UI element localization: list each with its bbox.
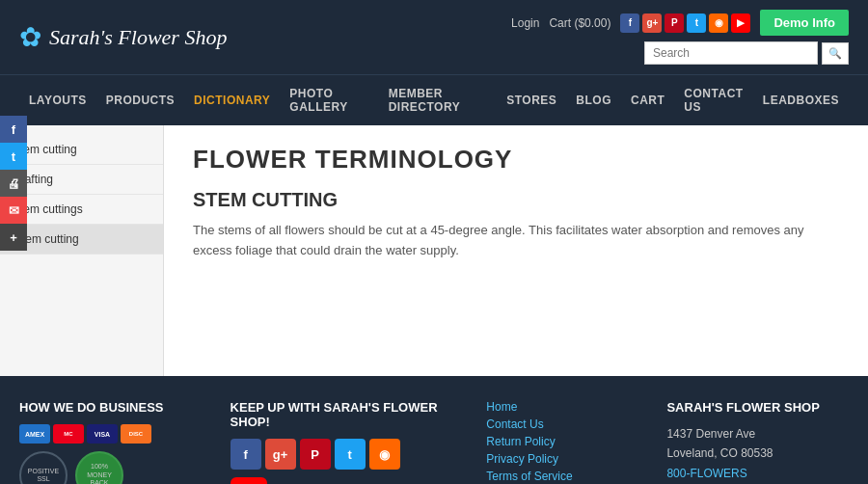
address-line2: Loveland, CO 80538 (666, 444, 849, 463)
term-title: STEM CUTTING (193, 189, 839, 211)
main-content: stem cutting grafting stem cuttings Stem… (0, 125, 868, 376)
sidebar-twitter-icon[interactable]: t (0, 143, 27, 170)
nav-bar: LAYOUTS PRODUCTS DICTIONARY PHOTO GALLER… (0, 74, 868, 125)
footer-top: HOW WE DO BUSINESS AMEX MC VISA DISC POS… (19, 400, 849, 484)
footer-links: Home Contact Us Return Policy Privacy Po… (486, 400, 637, 484)
nav-item-dictionary: DICTIONARY (184, 82, 280, 119)
header-pinterest-icon[interactable]: P (665, 13, 684, 33)
nav-link-leadboxes[interactable]: LEADBOXES (753, 82, 849, 119)
amex-card-icon: AMEX (19, 424, 50, 444)
footer-address: 1437 Denver Ave Loveland, CO 80538 800-F… (666, 424, 849, 483)
footer-link-return-policy[interactable]: Return Policy (486, 435, 637, 448)
page-title: FLOWER TERMINOLOGY (193, 145, 839, 175)
trust-badges: POSITIVESSL 100%MONEY BACK (19, 451, 202, 484)
footer-fb-icon[interactable]: f (231, 439, 261, 470)
logo-text: Sarah's Flower Shop (49, 25, 227, 50)
footer-col-how-we-do-business: HOW WE DO BUSINESS AMEX MC VISA DISC POS… (19, 400, 202, 484)
sidebar-plus-icon[interactable]: + (0, 224, 27, 251)
sidebar-print-icon[interactable]: 🖨 (0, 170, 27, 197)
logo-area: ✿ Sarah's Flower Shop (19, 21, 227, 53)
nav-item-leadboxes: LEADBOXES (753, 82, 849, 119)
search-row: 🔍 (644, 41, 849, 65)
footer-link-contact[interactable]: Contact Us (486, 417, 637, 431)
nav-link-blog[interactable]: BLOG (566, 82, 621, 119)
logo-flower-icon: ✿ (19, 21, 41, 53)
nav-item-blog: BLOG (566, 82, 621, 119)
nav-item-contact: CONTACT US (674, 75, 752, 125)
nav-link-stores[interactable]: STORES (497, 82, 566, 119)
footer: HOW WE DO BUSINESS AMEX MC VISA DISC POS… (0, 376, 868, 484)
footer-link-terms[interactable]: Terms of Service (486, 470, 637, 483)
header-fb-icon[interactable]: f (620, 13, 639, 33)
footer-phone[interactable]: 800-FLOWERS (666, 464, 849, 483)
discover-icon: DISC (121, 424, 151, 444)
footer-col1-heading: HOW WE DO BUSINESS (19, 400, 202, 415)
social-sidebar: f t 🖨 ✉ + (0, 116, 27, 251)
header-rss-icon[interactable]: ◉ (709, 13, 728, 33)
nav-link-photo-gallery[interactable]: PHOTO GALLERY (280, 75, 378, 125)
header-right: Login Cart ($0.00) f g+ P t ◉ ▶ Demo Inf… (511, 10, 849, 65)
search-button[interactable]: 🔍 (822, 42, 849, 65)
sidebar-mail-icon[interactable]: ✉ (0, 197, 27, 224)
nav-link-products[interactable]: PRODUCTS (96, 82, 184, 119)
address-line1: 1437 Denver Ave (666, 424, 849, 444)
footer-col-address: SARAH'S FLOWER SHOP 1437 Denver Ave Love… (666, 400, 849, 484)
nav-link-contact[interactable]: CONTACT US (674, 75, 752, 125)
search-input[interactable] (644, 41, 818, 65)
visa-icon: VISA (87, 424, 118, 444)
cart-link[interactable]: Cart ($0.00) (549, 16, 610, 30)
footer-link-privacy-policy[interactable]: Privacy Policy (486, 452, 637, 466)
footer-youtube-icon[interactable]: ▶YouTube (231, 477, 267, 484)
nav-item-products: PRODUCTS (96, 82, 184, 119)
footer-pinterest-icon[interactable]: P (300, 439, 331, 470)
header-youtube-icon[interactable]: ▶ (731, 13, 750, 33)
footer-rss-icon[interactable]: ◉ (369, 439, 400, 470)
footer-gplus-icon[interactable]: g+ (265, 439, 296, 470)
nav-item-layouts: LAYOUTS (19, 82, 96, 119)
demo-info-button[interactable]: Demo Info (760, 10, 849, 36)
nav-item-member: MEMBER DIRECTORY (379, 75, 498, 125)
nav-link-cart[interactable]: CART (621, 82, 674, 119)
footer-col-social: KEEP UP WITH SARAH'S FLOWER SHOP! f g+ P… (231, 400, 458, 484)
footer-col2-heading: KEEP UP WITH SARAH'S FLOWER SHOP! (231, 400, 458, 429)
header-gplus-icon[interactable]: g+ (642, 13, 662, 33)
payment-cards: AMEX MC VISA DISC (19, 424, 202, 444)
footer-col4-heading: SARAH'S FLOWER SHOP (666, 400, 849, 415)
footer-col-links: Home Contact Us Return Policy Privacy Po… (486, 400, 637, 484)
nav-link-member-directory[interactable]: MEMBER DIRECTORY (379, 75, 498, 125)
mastercard-icon: MC (53, 424, 84, 444)
login-link[interactable]: Login (511, 16, 539, 30)
header-twitter-icon[interactable]: t (687, 13, 706, 33)
guarantee-badge: 100%MONEY BACK (75, 451, 123, 484)
nav-link-layouts[interactable]: LAYOUTS (19, 82, 96, 119)
nav-item-photo: PHOTO GALLERY (280, 75, 378, 125)
header: ✿ Sarah's Flower Shop Login Cart ($0.00)… (0, 0, 868, 74)
content-area: FLOWER TERMINOLOGY STEM CUTTING The stem… (164, 125, 868, 376)
footer-twitter-icon[interactable]: t (335, 439, 366, 470)
nav-item-cart: CART (621, 82, 674, 119)
ssl-badge: POSITIVESSL (19, 451, 68, 484)
footer-social-icons: f g+ P t ◉ (231, 439, 458, 470)
header-social-icons: f g+ P t ◉ ▶ (620, 13, 750, 33)
term-description: The stems of all flowers should be cut a… (193, 221, 839, 261)
header-top-row: Login Cart ($0.00) f g+ P t ◉ ▶ Demo Inf… (511, 10, 849, 36)
nav-list: LAYOUTS PRODUCTS DICTIONARY PHOTO GALLER… (0, 75, 868, 125)
nav-link-dictionary[interactable]: DICTIONARY (184, 82, 280, 119)
nav-item-stores: STORES (497, 82, 566, 119)
sidebar-facebook-icon[interactable]: f (0, 116, 27, 143)
footer-link-home[interactable]: Home (486, 400, 637, 414)
